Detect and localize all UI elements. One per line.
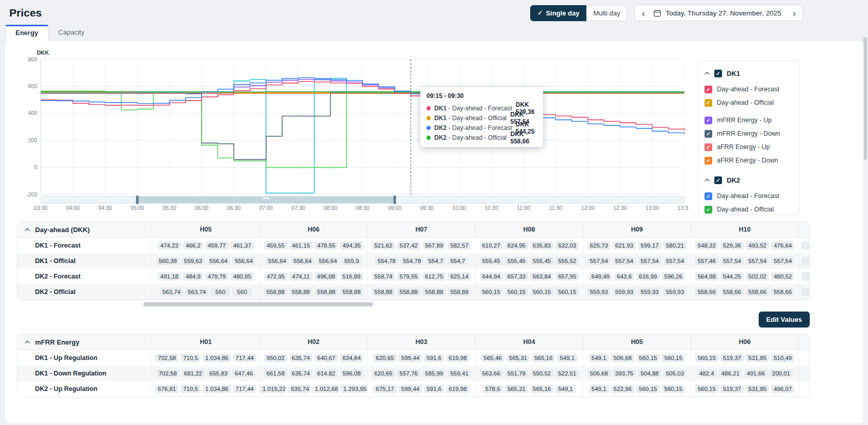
hour-column-header: H05	[583, 334, 691, 350]
price-chart[interactable]: 03:3004:0004:3005:0005:3006:0006:3007:00…	[17, 48, 689, 216]
row-label: DK1 - Down Regulation	[18, 366, 152, 381]
value-chip: 557,54	[638, 257, 661, 265]
hour-column-header: H04	[475, 334, 583, 350]
collapse-icon[interactable]	[25, 340, 30, 344]
value-chip: 681,22	[182, 369, 205, 378]
series-checkbox[interactable]: ✓	[705, 117, 712, 124]
hour-group-cell: 556,64556,64556,64555,9	[259, 253, 367, 269]
series-checkbox[interactable]: ✓	[705, 86, 712, 93]
value-chip: 559,93	[587, 288, 611, 296]
x-tick-label: 04:30	[99, 205, 112, 211]
group-checkbox[interactable]: ✓	[714, 70, 722, 77]
value-chip: 565,16	[530, 385, 553, 393]
edit-values-button[interactable]: Edit Values	[759, 312, 810, 328]
value-chip: 717,44	[233, 385, 256, 393]
brush-selection[interactable]	[137, 197, 395, 203]
hour-column-header: H02	[259, 334, 367, 350]
brush-handle-left[interactable]	[136, 195, 139, 204]
price-chart-svg: 03:3004:0004:3005:0005:3006:0006:3007:00…	[17, 48, 689, 214]
value-chip: 557,54	[663, 257, 686, 265]
collapse-icon[interactable]	[25, 228, 30, 231]
series-checkbox[interactable]: ✓	[705, 206, 712, 214]
legend-group-name: DK1	[727, 70, 740, 77]
hour-group-cell: 482,4486,21491,66200,01	[691, 366, 798, 381]
hour-group-cell: 558,66558,66558,66558,66	[691, 284, 798, 300]
hour-group-cell: 560,38559,63556,64556,64	[152, 253, 259, 269]
hour-column-header: H09	[583, 222, 691, 237]
value-chip: 558,88	[372, 288, 395, 296]
value-chip: 556,64	[232, 257, 255, 265]
series-checkbox[interactable]: ✓	[705, 99, 712, 107]
legend-group-header-dk1[interactable]: ✓DK1	[705, 67, 793, 79]
prev-day-button[interactable]: ‹	[638, 8, 648, 18]
legend-item-label: mFRR Energy - Down	[717, 130, 780, 137]
brush-grip-icon[interactable]	[263, 198, 270, 199]
legend-item[interactable]: ✓mFRR Energy - Down	[705, 127, 793, 140]
value-chip: 549,1	[589, 385, 609, 393]
clipped-column	[798, 366, 810, 381]
legend-item[interactable]: ✓Day-ahead - Forecast	[705, 83, 793, 96]
value-chip: 591,6	[424, 385, 444, 393]
table-row: DK2 - Official563,74563,74560560558,8855…	[18, 284, 809, 300]
value-chip: 459,77	[205, 241, 228, 250]
value-chip: 565,46	[481, 354, 504, 362]
value-chip: 675,17	[373, 385, 397, 393]
legend-item[interactable]: ✓Day-ahead - Forecast	[705, 189, 793, 203]
legend-item[interactable]: ✓Day-ahead - Official	[705, 203, 793, 215]
x-tick-label: 06:00	[195, 205, 208, 211]
single-day-button[interactable]: ✓ Single day	[530, 5, 586, 21]
group-checkbox[interactable]: ✓	[714, 176, 722, 184]
value-chip: 657,95	[555, 272, 579, 281]
legend-group-header-dk2[interactable]: ✓DK2	[705, 174, 793, 186]
value-chip: 565,31	[505, 385, 528, 393]
series-checkbox[interactable]: ✓	[705, 143, 712, 151]
value-chip: 486,21	[719, 369, 742, 378]
value-chip: 554,7	[448, 257, 468, 265]
horizontal-scrollbar[interactable]	[143, 302, 373, 306]
value-chip: 1.012,68	[313, 385, 339, 393]
legend-item[interactable]: ✓aFRR Energy - Up	[705, 140, 793, 154]
multi-day-button[interactable]: Multi day	[586, 5, 627, 21]
value-chip: 519,37	[720, 385, 744, 393]
value-chip: 5	[801, 257, 810, 265]
value-chip: 558,88	[397, 288, 420, 296]
date-picker[interactable]: ‹ Today, Thursday 27. November, 2025 ›	[634, 5, 803, 21]
legend-item[interactable]: ✓Day-ahead - Official	[705, 96, 793, 109]
value-chip: 560,15	[695, 385, 718, 393]
value-chip: 560,15	[480, 288, 503, 296]
hour-group-cell: 620,65557,76585,99559,41	[367, 366, 475, 381]
value-chip: 710,5	[181, 354, 201, 362]
value-chip: 519,37	[720, 354, 744, 362]
value-chip: 635,74	[288, 385, 310, 393]
value-chip: 474,23	[158, 241, 181, 250]
value-chip: 522,51	[555, 369, 579, 378]
page-scrollbar[interactable]	[863, 37, 867, 160]
value-chip: 663,84	[530, 272, 553, 281]
value-chip: 516,89	[340, 272, 363, 281]
row-label: DK2 - Up Regulation	[18, 381, 152, 397]
series-checkbox[interactable]: ✓	[705, 192, 712, 200]
value-chip: 531,85	[746, 354, 769, 362]
hour-group-cell: 702,58681,22655,83647,46	[152, 366, 259, 381]
value-chip: 557,54	[746, 257, 769, 265]
legend-item[interactable]: ✓aFRR Energy - Down	[705, 154, 793, 167]
brush-handle-right[interactable]	[394, 195, 396, 204]
check-icon: ✓	[537, 9, 543, 17]
value-chip: 531,85	[746, 385, 769, 393]
next-day-button[interactable]: ›	[789, 8, 799, 18]
y-tick-label: 800	[28, 56, 37, 62]
hour-group-cell: 675,17599,44591,6619,98	[367, 381, 475, 397]
value-chip: 555,52	[555, 257, 579, 265]
value-chip: 559,93	[638, 288, 661, 296]
series-checkbox[interactable]: ✓	[705, 157, 712, 165]
tab-capacity[interactable]: Capacity	[48, 25, 94, 40]
x-tick-label: 11:00	[517, 205, 530, 211]
legend-item[interactable]: ✓mFRR Energy - Up	[705, 113, 793, 127]
value-chip: 625,73	[587, 241, 611, 250]
value-chip: 596,26	[662, 272, 685, 281]
tab-energy[interactable]: Energy	[5, 25, 48, 41]
value-chip: 558,88	[422, 288, 446, 296]
x-tick-label: 07:30	[291, 205, 305, 211]
series-checkbox[interactable]: ✓	[705, 130, 712, 138]
legend-item-label: Day-ahead - Forecast	[717, 192, 779, 200]
